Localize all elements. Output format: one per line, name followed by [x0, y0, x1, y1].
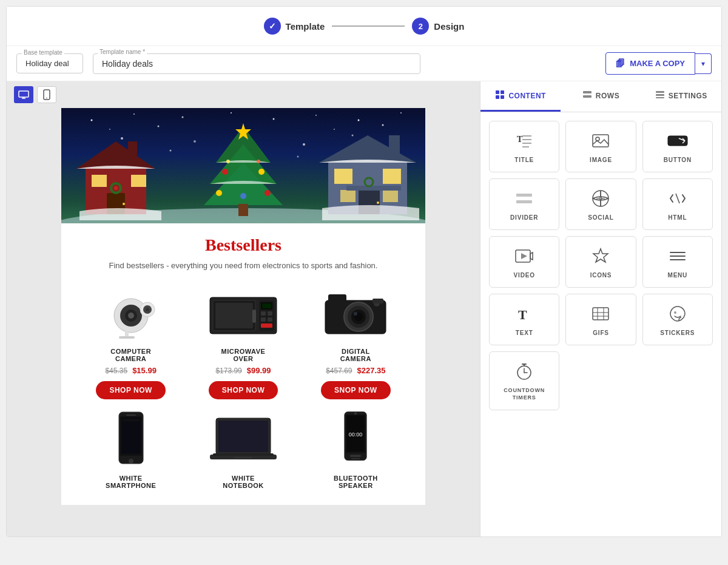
menu-icon [668, 245, 687, 267]
sale-price-2: $227.35 [357, 366, 386, 375]
svg-line-132 [676, 194, 679, 203]
app-wrapper: Template 2 Design Base template Holiday … [6, 6, 722, 537]
content-item-title-label: TITLE [514, 157, 534, 163]
svg-rect-111 [656, 94, 664, 96]
html-icon-svg [668, 189, 687, 208]
mobile-icon [43, 89, 50, 100]
banner-svg [61, 108, 425, 223]
svg-point-62 [146, 308, 149, 311]
shop-now-button-2[interactable]: SNOP NOW [321, 381, 390, 399]
content-item-icons[interactable]: ICONS [565, 236, 636, 288]
svg-point-15 [334, 129, 335, 130]
content-item-gifs[interactable]: GIFS [565, 294, 636, 345]
content-item-text[interactable]: T TEXT [489, 294, 559, 345]
svg-rect-44 [340, 190, 356, 202]
products-grid: COMPUTERCAMERA $45.35 $15.99 SHOP NOW [79, 282, 407, 493]
desktop-icon [18, 90, 29, 99]
svg-point-33 [216, 190, 222, 196]
product-item: 00:00 BLUETOOTHSPEAKER [305, 409, 407, 493]
product-prices-2: $457.69 $227.35 [305, 366, 407, 375]
svg-rect-118 [593, 135, 608, 147]
original-price-1: $173.99 [215, 367, 241, 375]
svg-point-25 [114, 186, 118, 190]
text-icon: T [514, 303, 534, 325]
svg-rect-42 [334, 169, 352, 184]
svg-marker-40 [319, 135, 416, 163]
content-item-image[interactable]: IMAGE [565, 121, 636, 172]
base-template-label: Base template [22, 49, 64, 56]
svg-rect-91 [123, 419, 140, 421]
svg-point-14 [158, 126, 160, 127]
svg-text:+: + [599, 195, 603, 202]
email-preview-scroll[interactable]: Bestsellers Find bestsellers - everythin… [7, 108, 480, 517]
icons-icon [591, 245, 610, 267]
product-img-speaker: 00:00 [319, 409, 392, 470]
image-icon-svg [591, 131, 610, 151]
content-item-video[interactable]: VIDEO [489, 236, 559, 288]
product-img-notebook [207, 409, 280, 470]
product-img-phone [95, 409, 167, 470]
tab-settings-label: SETTINGS [669, 92, 707, 100]
content-item-social[interactable]: + SOCIAL [565, 178, 636, 230]
svg-rect-67 [215, 303, 253, 328]
svg-rect-101 [350, 455, 361, 457]
content-item-stickers[interactable]: STICKERS [642, 294, 713, 345]
copy-btn-dropdown[interactable]: ▾ [695, 53, 712, 74]
content-item-button-label: BUTTON [664, 157, 692, 163]
content-item-menu[interactable]: MENU [642, 236, 713, 288]
svg-point-32 [258, 169, 265, 175]
product-item: DIGITALCAMERA $457.69 $227.35 SNOP NOW [305, 282, 407, 399]
settings-icon [655, 90, 665, 100]
tab-rows[interactable]: ROWS [561, 81, 641, 112]
shop-now-button-0[interactable]: SHOP NOW [96, 381, 165, 399]
svg-point-10 [315, 115, 317, 116]
svg-rect-76 [262, 303, 271, 308]
product-img-camera [95, 282, 167, 343]
svg-point-34 [265, 190, 271, 196]
content-item-title[interactable]: T TITLE [489, 121, 559, 172]
svg-point-47 [377, 201, 379, 204]
holiday-banner [61, 108, 425, 223]
product-item: MICROWAVEOVER $173.99 $99.99 SHOP NOW [192, 282, 294, 399]
content-item-html[interactable]: HTML [642, 178, 713, 230]
step-2-label: Design [434, 21, 464, 32]
content-item-divider[interactable]: DIVIDER [489, 178, 559, 230]
step-2: 2 Design [412, 18, 464, 35]
product-img-digicam [319, 282, 392, 343]
svg-marker-135 [521, 253, 527, 259]
button-icon-svg [667, 131, 689, 151]
video-icon-svg [514, 246, 534, 266]
make-copy-button[interactable]: 🗐 MAKE A COPY [605, 52, 695, 75]
content-item-button[interactable]: BUTTON [642, 121, 713, 172]
title-icon: T [514, 130, 534, 152]
copy-icon: 🗐 [616, 58, 625, 69]
svg-point-35 [240, 193, 246, 199]
step-1-circle [264, 18, 281, 35]
svg-point-7 [182, 117, 184, 118]
svg-rect-93 [218, 421, 268, 452]
divider-icon-svg [514, 189, 534, 208]
template-name-input[interactable] [93, 53, 420, 74]
sale-price-0: $15.99 [132, 366, 157, 375]
product-img-microwave [207, 282, 280, 343]
svg-rect-124 [516, 194, 532, 197]
svg-rect-73 [261, 317, 266, 322]
product-prices-1: $173.99 $99.99 [192, 366, 294, 375]
desktop-view-button[interactable] [14, 86, 33, 103]
speaker-svg: 00:00 [331, 409, 380, 470]
svg-rect-0 [19, 91, 29, 97]
step-connector [332, 25, 405, 27]
svg-point-83 [354, 312, 357, 316]
content-items-grid: T TITLE [480, 112, 721, 419]
shop-now-button-1[interactable]: SHOP NOW [209, 381, 278, 399]
content-item-countdown[interactable]: COUNTDOWNTIMERS [489, 351, 559, 410]
bestsellers-title: Bestsellers [79, 235, 407, 255]
svg-point-5 [91, 120, 93, 121]
tab-content[interactable]: CONTENT [480, 81, 561, 112]
svg-rect-104 [496, 90, 499, 94]
main-area: Bestsellers Find bestsellers - everythin… [7, 81, 721, 536]
tab-settings[interactable]: SETTINGS [641, 81, 721, 112]
svg-rect-90 [121, 418, 141, 454]
product-name-5: BLUETOOTHSPEAKER [305, 475, 407, 489]
mobile-view-button[interactable] [37, 86, 56, 103]
